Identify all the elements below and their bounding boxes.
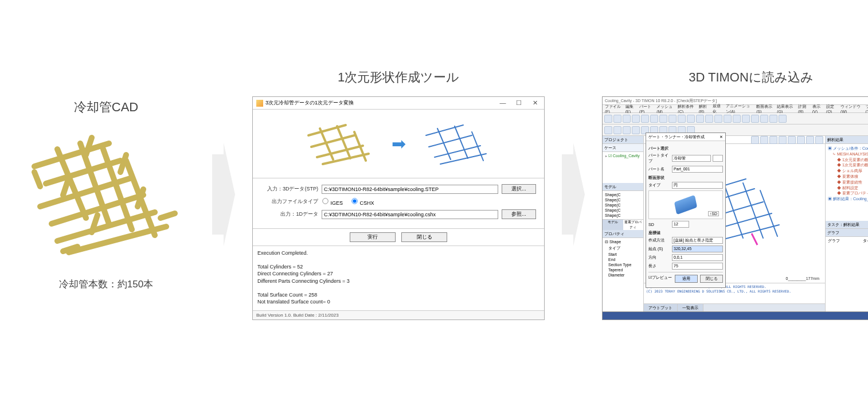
cad-render [17, 126, 195, 270]
timon-window: Cooling_Cavity - 3D TIMON 10 R8.2.0 - [C… [602, 96, 868, 320]
tool-icon[interactable] [751, 115, 759, 123]
sd-input[interactable]: 12 [672, 221, 689, 228]
preview-yellow [300, 118, 380, 170]
svg-line-0 [34, 143, 109, 166]
partname-input[interactable]: Part_001 [672, 166, 723, 173]
model-tabs[interactable]: モデル 要素プロパティ [603, 219, 643, 230]
project-panel: プロジェクト ケース ☑ Cooling_Cavity モデル Shape(CS… [603, 136, 644, 311]
model-header: モデル [603, 183, 643, 191]
result-header: 解析結果 [826, 136, 868, 144]
method-select[interactable]: [直線] 始点と長さ指定 [672, 237, 723, 244]
property-header: プロパティ [603, 230, 643, 238]
section-partsel: パート選択 [648, 146, 723, 151]
svg-marker-33 [562, 143, 585, 246]
tool-icon[interactable] [632, 115, 640, 123]
tool-icon[interactable] [641, 115, 649, 123]
view-icon[interactable] [779, 136, 787, 144]
arrow-1 [212, 143, 235, 246]
tool-icon[interactable] [604, 126, 612, 134]
view-icon[interactable] [815, 136, 823, 144]
maximize-button[interactable]: ☐ [513, 99, 525, 107]
tool-icon[interactable] [687, 115, 695, 123]
view-icon[interactable] [806, 136, 814, 144]
start-input[interactable]: 320,32,45 [672, 246, 723, 252]
input-path[interactable]: C:¥3DTIMON10-R82-64bit¥sample¥cooling.ST… [322, 185, 498, 194]
tool-icon[interactable] [623, 115, 631, 123]
view-icon[interactable] [797, 136, 805, 144]
view-icon[interactable] [769, 136, 777, 144]
tool-icon[interactable] [760, 115, 768, 123]
close-dialog-button[interactable]: 閉じる [401, 232, 447, 242]
app-title: Cooling_Cavity - 3D TIMON 10 R8.2.0 - [C… [605, 98, 717, 104]
panel3-title: 3D TIMONに読み込み [689, 69, 814, 86]
tool-icon[interactable] [623, 126, 631, 134]
result-tree[interactable]: ▣ メッシュ/条件：Cooling_Cavity ⤷ MESH ANALYSIS… [826, 144, 868, 204]
tool-icon[interactable] [613, 126, 621, 134]
close-button[interactable]: 閉じる [700, 275, 723, 283]
tool-icon[interactable] [659, 115, 667, 123]
tool-icon[interactable] [779, 115, 787, 123]
cylinder-preview: ↑SD [648, 190, 723, 219]
tool-icon[interactable] [742, 115, 750, 123]
panel-cad: 冷却管CAD 冷却管本数：約150本 [17, 99, 195, 291]
tool-icon[interactable] [678, 115, 686, 123]
conversion-preview: ➡ [253, 110, 544, 178]
svg-line-31 [455, 126, 468, 158]
app-icon [256, 100, 263, 107]
shape-list[interactable]: Shape(CShape(C Shape(CShape(C Shape(C [603, 191, 643, 219]
svg-line-11 [120, 155, 126, 172]
window-title: 3次元冷却管データの1次元データ変換 [265, 99, 354, 107]
parttype-select[interactable]: 冷却管 [672, 155, 711, 162]
svg-line-27 [429, 135, 472, 147]
svg-line-43 [752, 233, 757, 245]
tool-icon[interactable] [668, 115, 677, 123]
output-path[interactable]: C:¥3DTIMON10-R82-64bit¥sample¥cooling.cs… [322, 210, 498, 219]
form-area: 入力：3Dデータ(STP) C:¥3DTIMON10-R82-64bit¥sam… [253, 178, 544, 229]
browse-input-button[interactable]: 選択... [502, 184, 536, 194]
execute-button[interactable]: 実行 [350, 232, 396, 242]
minimize-button[interactable]: — [497, 99, 509, 107]
view-icon[interactable] [760, 136, 768, 144]
panel1-title: 冷却管CAD [74, 99, 138, 116]
radio-cshx[interactable]: CSHX [351, 197, 374, 206]
view-icon[interactable] [751, 136, 759, 144]
section-coord: 座標値 [648, 230, 723, 236]
radio-iges[interactable]: IGES [322, 197, 343, 206]
status-bar: Build Version 1.0. Build Date : 2/11/202… [253, 310, 544, 320]
case-tree[interactable]: ☑ Cooling_Cavity [603, 152, 643, 160]
tool-icon[interactable] [696, 115, 704, 123]
tool-icon[interactable] [613, 115, 621, 123]
tool-icon[interactable] [714, 115, 722, 123]
dialog-close-icon[interactable]: ✕ [720, 136, 723, 141]
panel-timon: 3D TIMONに読み込み Cooling_Cavity - 3D TIMON … [602, 69, 868, 320]
close-button[interactable]: ✕ [529, 99, 541, 107]
property-list[interactable]: ⊟ Shape タイプ Start End Section Type Taper… [603, 238, 643, 279]
input-label: 入力：3Dデータ(STP) [261, 185, 318, 193]
arrow-icon: ➡ [392, 134, 406, 154]
svg-line-22 [323, 154, 369, 164]
tool-icon[interactable] [705, 115, 713, 123]
toolbar-2[interactable] [603, 124, 868, 136]
bottom-tabs[interactable]: アウトプット一覧表示 [644, 303, 825, 311]
task-header: タスク：解析結果 [826, 221, 868, 229]
dialog-title: ゲート・ランナー・冷却管作成 [648, 136, 705, 141]
tool-icon[interactable] [733, 115, 741, 123]
panel2-title: 1次元形状作成ツール [338, 69, 459, 86]
log-output: Execution Completed. Total Cylinders = 5… [253, 246, 544, 310]
tool-icon[interactable] [650, 115, 658, 123]
length-input[interactable]: 75 [672, 263, 723, 270]
type-select[interactable]: 円 [672, 182, 723, 189]
view-icon[interactable] [788, 136, 796, 144]
tool-icon[interactable] [604, 115, 612, 123]
toolbar-1[interactable] [603, 113, 868, 124]
browse-output-button[interactable]: 参照... [502, 209, 536, 219]
tool-icon[interactable] [724, 115, 732, 123]
preview-checkbox[interactable]: ☑プレビュー [648, 275, 672, 283]
tool-icon[interactable] [769, 115, 777, 123]
result-panel: 解析結果 ▣ メッシュ/条件：Cooling_Cavity ⤷ MESH ANA… [825, 136, 868, 311]
svg-line-15 [34, 172, 40, 186]
direction-input[interactable]: 0,0,1 [672, 254, 723, 261]
tool-icon[interactable] [632, 126, 640, 134]
menubar[interactable]: ファイル(F)編集(E)パート(P) メッシュ(M)解析条件(C)解析(R) 最… [603, 105, 868, 113]
apply-button[interactable]: 適用 [675, 275, 698, 283]
